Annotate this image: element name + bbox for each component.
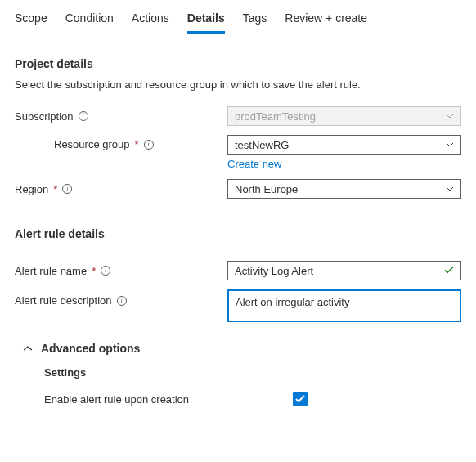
alert-rule-details-heading: Alert rule details	[15, 227, 461, 240]
enable-alert-label: Enable alert rule upon creation	[44, 393, 293, 406]
advanced-options-toggle[interactable]: Advanced options	[23, 342, 461, 355]
resource-group-select[interactable]: testNewRG	[227, 135, 461, 155]
resource-group-label: Resource group	[54, 138, 130, 150]
tab-scope[interactable]: Scope	[15, 7, 47, 34]
alert-rule-desc-value: Alert on irregular activity	[236, 296, 349, 308]
resource-group-value: testNewRG	[235, 139, 289, 151]
alert-rule-name-label: Alert rule name	[15, 265, 87, 277]
info-icon[interactable]: i	[101, 266, 110, 276]
required-mark: *	[135, 138, 139, 150]
indent-connector	[20, 128, 51, 146]
subscription-value: prodTeamTesting	[235, 110, 316, 123]
settings-heading: Settings	[44, 366, 461, 379]
chevron-down-icon	[446, 142, 454, 147]
tab-details[interactable]: Details	[187, 7, 225, 34]
chevron-up-icon	[23, 345, 33, 352]
subscription-select: prodTeamTesting	[227, 106, 461, 126]
alert-rule-desc-label: Alert rule description	[15, 294, 112, 307]
region-value: North Europe	[235, 183, 298, 195]
checkmark-icon	[444, 265, 454, 277]
advanced-options-label: Advanced options	[41, 342, 140, 355]
alert-rule-name-input[interactable]: Activity Log Alert	[227, 261, 461, 280]
info-icon[interactable]: i	[144, 140, 154, 150]
region-label: Region	[15, 183, 48, 195]
alert-rule-name-value: Activity Log Alert	[235, 265, 313, 277]
enable-alert-checkbox[interactable]	[293, 392, 308, 406]
region-select[interactable]: North Europe	[227, 179, 461, 199]
tab-review-create[interactable]: Review + create	[285, 7, 367, 34]
project-details-desc: Select the subscription and resource gro…	[15, 78, 461, 91]
alert-rule-desc-input[interactable]: Alert on irregular activity	[227, 289, 461, 322]
required-mark: *	[53, 183, 57, 195]
project-details-heading: Project details	[15, 57, 461, 70]
tab-bar: Scope Condition Actions Details Tags Rev…	[15, 7, 461, 34]
info-icon[interactable]: i	[117, 296, 127, 306]
info-icon[interactable]: i	[62, 184, 72, 194]
tab-actions[interactable]: Actions	[132, 7, 169, 34]
create-new-link[interactable]: Create new	[227, 158, 461, 170]
tab-condition[interactable]: Condition	[65, 7, 114, 34]
info-icon[interactable]: i	[79, 111, 88, 121]
tab-tags[interactable]: Tags	[243, 7, 267, 34]
chevron-down-icon	[446, 186, 454, 191]
subscription-label: Subscription	[15, 110, 74, 123]
required-mark: *	[92, 265, 96, 277]
chevron-down-icon	[446, 114, 454, 119]
